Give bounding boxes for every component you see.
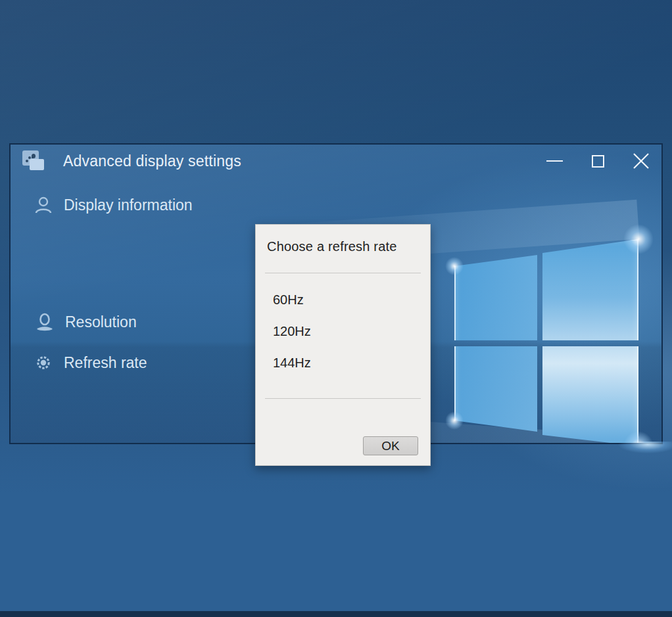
menu-item-label: Display information xyxy=(64,196,193,214)
dialog-title: Choose a refresh rate xyxy=(267,239,420,254)
menu-item-display-information[interactable]: Display information xyxy=(33,194,193,216)
display-settings-icon-front xyxy=(30,159,44,170)
titlebar: Advanced display settings xyxy=(11,145,661,177)
maximize-icon xyxy=(592,155,604,168)
person-badge-icon xyxy=(34,311,55,332)
display-settings-icon xyxy=(21,149,45,173)
close-button[interactable] xyxy=(633,152,650,170)
ok-button[interactable]: OK xyxy=(363,436,418,455)
maximize-button[interactable] xyxy=(589,152,606,170)
option-120hz[interactable]: 120Hz xyxy=(256,315,430,347)
refresh-rate-options: 60Hz 120Hz 144Hz xyxy=(256,284,430,378)
minimize-icon xyxy=(546,160,563,162)
menu-item-label: Refresh rate xyxy=(64,354,147,372)
logo-glow-spill xyxy=(608,442,672,472)
gear-icon xyxy=(33,352,54,373)
dialog-divider-top xyxy=(265,273,421,273)
windows-logo-wallpaper xyxy=(454,239,638,444)
refresh-rate-dialog: Choose a refresh rate 60Hz 120Hz 144Hz O… xyxy=(255,224,431,466)
option-60hz[interactable]: 60Hz xyxy=(256,284,430,315)
person-icon xyxy=(33,194,54,216)
desktop-bottom-strip xyxy=(0,611,672,617)
window-title: Advanced display settings xyxy=(63,152,241,170)
window-controls xyxy=(546,145,650,177)
menu-item-refresh-rate[interactable]: Refresh rate xyxy=(33,352,147,373)
close-icon xyxy=(633,152,650,170)
minimize-button[interactable] xyxy=(546,152,563,170)
dialog-divider-bottom xyxy=(265,398,421,399)
menu-item-label: Resolution xyxy=(65,313,137,331)
menu-item-resolution[interactable]: Resolution xyxy=(34,311,137,332)
option-144hz[interactable]: 144Hz xyxy=(256,347,430,378)
